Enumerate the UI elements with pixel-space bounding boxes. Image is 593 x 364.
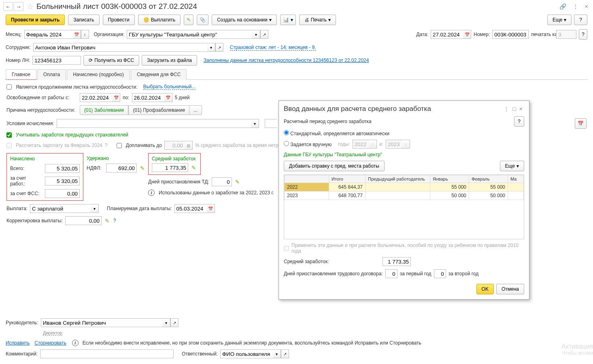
pencil-icon[interactable]: ✎ xyxy=(235,179,240,185)
get-fss-button[interactable]: ⟳ Получить из ФСС xyxy=(83,55,139,66)
suspension-input[interactable] xyxy=(212,177,232,186)
calendar-icon[interactable]: 📅 xyxy=(112,93,120,102)
period-radio-auto[interactable] xyxy=(284,130,289,135)
reason1-button[interactable]: (01) Заболевание xyxy=(80,105,128,115)
report-button[interactable]: 📊▾ xyxy=(280,15,296,25)
chevron-down-icon[interactable]: ▾ xyxy=(251,119,259,128)
payment-label: Выплата: xyxy=(6,206,28,211)
continuation-checkbox[interactable] xyxy=(6,84,12,89)
chevron-down-icon[interactable]: ▾ xyxy=(162,318,170,327)
open-icon[interactable]: ↗ xyxy=(215,43,223,52)
prev-insurers-checkbox[interactable] xyxy=(6,132,12,138)
more-vert-icon[interactable]: ⋮ xyxy=(571,2,580,11)
create-based-button[interactable]: Создать на основании ▾ xyxy=(212,15,277,25)
susp2-input[interactable] xyxy=(434,269,446,278)
chevron-down-icon[interactable]: ▾ xyxy=(207,43,215,52)
date-input[interactable] xyxy=(431,30,463,39)
pay-button[interactable]: 🪙Выплатить xyxy=(138,15,181,25)
calendar-icon[interactable]: 📅 xyxy=(164,93,172,102)
date-from-input[interactable] xyxy=(80,93,112,102)
pencil-icon[interactable]: ✎ xyxy=(140,165,145,171)
comment-input[interactable] xyxy=(40,349,174,358)
chevron-down-icon[interactable]: ▾ xyxy=(252,30,260,39)
tab-payment[interactable]: Оплата xyxy=(37,69,66,80)
tab-main[interactable]: Главное xyxy=(6,69,36,80)
org-input[interactable] xyxy=(127,30,252,39)
earnings-table[interactable]: Итого Предыдущий работодатель Январь Фев… xyxy=(284,175,524,200)
period-opt1[interactable]: Стандартный, определяется автоматически xyxy=(284,130,389,136)
close-icon[interactable]: × xyxy=(583,2,590,11)
cancel-button[interactable]: Отмена xyxy=(496,284,524,294)
correction-input[interactable] xyxy=(65,216,102,225)
calendar-icon[interactable]: 📅 xyxy=(73,30,81,39)
number-input[interactable] xyxy=(492,30,529,39)
fss-input[interactable] xyxy=(45,189,80,198)
reason-more-button[interactable]: ... xyxy=(189,105,202,115)
payup-checkbox[interactable] xyxy=(117,143,122,148)
ndfl-input[interactable] xyxy=(106,164,137,172)
ok-button[interactable]: OK xyxy=(476,284,494,294)
favorite-star-icon[interactable]: ☆ xyxy=(27,2,34,11)
calc-cond2-input[interactable] xyxy=(265,119,277,128)
print-as-label: печатать как: xyxy=(531,32,554,37)
payment-input[interactable] xyxy=(30,204,91,213)
print-button[interactable]: 🖨 Печать ▾ xyxy=(299,15,336,25)
calendar-button[interactable]: 📅 xyxy=(575,118,587,129)
manager-input[interactable] xyxy=(41,318,162,327)
ln-filled-link[interactable]: Заполнены данные листка нетрудоспособнос… xyxy=(204,57,369,63)
open-icon[interactable]: ↗ xyxy=(281,349,289,358)
close-icon[interactable]: × xyxy=(518,105,524,113)
employee-input[interactable] xyxy=(33,43,207,52)
popup-more-button[interactable]: Еще ▾ xyxy=(500,161,524,171)
maximize-icon[interactable]: □ xyxy=(511,105,517,113)
employer-input[interactable] xyxy=(45,177,80,185)
save-button[interactable]: Записать xyxy=(68,15,99,25)
more-vert-icon[interactable]: ⋮ xyxy=(502,105,511,113)
pencil-icon[interactable]: ✎ xyxy=(191,165,196,171)
month-input[interactable] xyxy=(24,30,73,39)
chevron-down-icon[interactable]: ▾ xyxy=(273,349,281,358)
link-icon[interactable]: 🔗 xyxy=(558,2,568,11)
post-and-close-button[interactable]: Провести и закрыть xyxy=(6,15,65,25)
avg-input[interactable] xyxy=(152,163,188,172)
tab-fss[interactable]: Сведения для ФСС xyxy=(131,69,187,80)
period-opt2[interactable]: Задается вручную xyxy=(284,141,332,147)
select-sick-link[interactable]: Выбрать больничный... xyxy=(143,84,196,90)
date-to-input[interactable] xyxy=(132,93,164,102)
load-file-button[interactable]: Загрузить из файла xyxy=(142,55,197,66)
director-text[interactable]: Директор xyxy=(43,330,62,336)
stepper-icon[interactable]: ↕ xyxy=(81,30,89,39)
calendar-icon[interactable]: 📅 xyxy=(463,30,471,39)
edit-icon-button[interactable]: ✎ xyxy=(184,15,193,25)
reason2-button[interactable]: (01) Профзаболевание xyxy=(128,105,189,115)
insurance-link[interactable]: Страховой стаж: лет - 14; месяцев - 9. xyxy=(230,45,316,51)
nav-back-button[interactable]: ← xyxy=(3,2,13,11)
pencil-icon[interactable]: ✎ xyxy=(105,218,109,224)
tab-accrued[interactable]: Начислено (подробно) xyxy=(67,69,130,80)
help-button[interactable]: ? xyxy=(574,15,587,25)
print-as-help-button[interactable]: ? xyxy=(579,29,587,40)
calendar-icon[interactable]: 📅 xyxy=(207,204,215,213)
period-radio-manual[interactable] xyxy=(284,141,289,146)
chevron-down-icon[interactable]: ▾ xyxy=(91,204,99,213)
open-icon[interactable]: ↗ xyxy=(170,318,179,327)
planned-date-input[interactable] xyxy=(174,204,207,213)
ln-input[interactable] xyxy=(32,56,81,65)
popup-avg-input[interactable] xyxy=(383,257,411,266)
susp1-input[interactable] xyxy=(385,269,397,278)
more-button[interactable]: Еще ▾ xyxy=(547,15,572,25)
payup-input xyxy=(164,141,185,150)
avg-title: Средний заработок xyxy=(152,156,197,162)
add-ref-button[interactable]: Добавить справку с пред. места работы xyxy=(284,161,385,171)
total-input[interactable] xyxy=(45,164,80,173)
nav-forward-button[interactable]: → xyxy=(14,2,23,11)
attach-button[interactable]: 📎 xyxy=(197,15,208,25)
reverse-link[interactable]: Сторнировать xyxy=(34,340,66,346)
calc-cond-input[interactable] xyxy=(57,119,251,128)
popup-help-button[interactable]: ? xyxy=(514,116,524,127)
fix-link[interactable]: Исправить xyxy=(6,340,30,346)
correction-help[interactable]: ? xyxy=(113,218,116,224)
post-button[interactable]: Провести xyxy=(103,15,135,25)
open-icon[interactable]: ↗ xyxy=(260,30,268,39)
responsible-input[interactable] xyxy=(220,349,273,358)
